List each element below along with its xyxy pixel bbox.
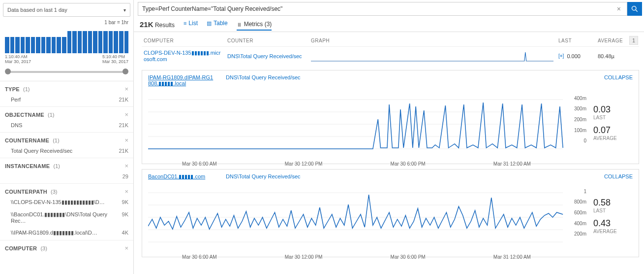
close-icon[interactable]: × <box>124 244 128 252</box>
computer-link[interactable]: BaconDC01.▮▮▮▮▮.com <box>148 173 216 180</box>
slider-handle-left[interactable] <box>5 68 11 74</box>
facet-head-type[interactable]: TYPE (1) × <box>0 81 133 95</box>
bar-unit-label: 1 bar = 1hr <box>0 20 133 26</box>
search-button[interactable] <box>627 2 642 16</box>
facet-row[interactable]: \\CLOPS-DEV-N-135▮▮▮▮▮▮▮▮▮▮▮\D… 9K <box>0 197 133 209</box>
page-indicator[interactable]: 1 <box>629 36 638 45</box>
y-axis: 1 800m 600m 400m 200m <box>565 183 587 242</box>
metrics-icon: ⫼ <box>237 21 242 27</box>
table-icon: ▥ <box>207 20 212 27</box>
counter-link[interactable]: DNS\Total Query Received/sec <box>227 53 306 59</box>
close-icon[interactable]: × <box>124 162 128 170</box>
facet-row[interactable]: DNS 21K <box>0 120 133 132</box>
facet-head-instancename[interactable]: INSTANCENAME (1) × <box>0 158 133 171</box>
facet-row[interactable]: \\BaconDC01.▮▮▮▮▮▮▮\DNS\Total Query Rec…… <box>0 209 133 228</box>
histogram-axis: 1:10:40 AMMar 30, 2017 5:10:40 PMMar 30,… <box>0 53 133 64</box>
facet-head-counterpath[interactable]: COUNTERPATH (3) × <box>0 183 133 197</box>
close-icon[interactable]: × <box>124 111 128 118</box>
computer-link[interactable]: CLOPS-DEV-N-135▮▮▮▮▮▮.microsoft.com <box>144 50 222 62</box>
data-range-dropdown[interactable]: Data based on last 1 day ▾ <box>3 3 130 17</box>
sparkline <box>311 50 553 62</box>
col-graph: GRAPH <box>311 38 553 43</box>
slider-handle-right[interactable] <box>123 68 128 74</box>
facet-head-computer[interactable]: COMPUTER (3) × <box>0 240 133 254</box>
col-counter: COUNTER <box>227 38 306 43</box>
metric-chart[interactable]: 400m 300m 200m 100m 0 Mar 30 6:00 AM Mar… <box>148 90 587 159</box>
view-list-button[interactable]: ≡ List <box>184 20 198 29</box>
list-icon: ≡ <box>184 20 186 26</box>
chevron-down-icon: ▾ <box>123 7 126 13</box>
close-icon[interactable]: × <box>124 188 128 195</box>
metric-card: IPAM-RG1809.dIPAM-RG1808.▮▮▮▮▮.local DNS… <box>142 70 639 164</box>
col-last: LAST <box>558 38 593 43</box>
facet-row[interactable]: Total Query Received/sec 21K <box>0 146 133 158</box>
result-count: 21K Results <box>140 20 175 29</box>
clear-search-icon[interactable]: × <box>615 5 623 13</box>
x-axis: Mar 30 6:00 AM Mar 30 12:00 PM Mar 30 6:… <box>148 160 587 167</box>
view-table-button[interactable]: ▥ Table <box>207 20 228 29</box>
close-icon[interactable]: × <box>124 85 128 93</box>
expand-button[interactable]: [+] <box>558 53 564 59</box>
search-input[interactable]: Type=Perf CounterName="Total Query Recei… <box>138 2 627 16</box>
facet-head-countername[interactable]: COUNTERNAME (1) × <box>0 132 133 146</box>
computer-link[interactable]: IPAM-RG1809.dIPAM-RG1808.▮▮▮▮▮.local <box>148 74 216 87</box>
facet-row[interactable]: \\IPAM-RG1809.d▮▮▮▮▮▮▮.local\D… 4K <box>0 228 133 240</box>
time-range-slider[interactable] <box>5 69 128 74</box>
metric-chart[interactable]: 1 800m 600m 400m 200m Mar 30 6:00 AM Mar… <box>148 183 587 252</box>
metric-card: BaconDC01.▮▮▮▮▮.com DNS\Total Query Rece… <box>142 169 639 257</box>
data-range-label: Data based on last 1 day <box>7 7 67 13</box>
counter-link[interactable]: DNS\Total Query Received/sec <box>226 173 594 179</box>
column-headers: COMPUTER COUNTER GRAPH LAST AVERAGE <box>142 36 639 46</box>
last-value: 0.000 <box>567 53 581 59</box>
facet-row[interactable]: Perf 21K <box>0 95 133 106</box>
counter-link[interactable]: DNS\Total Query Received/sec <box>226 74 594 80</box>
metric-row: CLOPS-DEV-N-135▮▮▮▮▮▮.microsoft.com DNS\… <box>142 46 639 65</box>
average-value: 80.48µ <box>598 53 637 59</box>
activity-histogram[interactable] <box>0 26 133 53</box>
search-query-text: Type=Perf CounterName="Total Query Recei… <box>142 5 615 12</box>
x-axis: Mar 30 6:00 AM Mar 30 12:00 PM Mar 30 6:… <box>148 253 587 260</box>
col-computer: COMPUTER <box>144 38 222 43</box>
metric-stats: 0.03 LAST 0.07 AVERAGE <box>593 90 633 159</box>
collapse-button[interactable]: COLLAPSE <box>604 173 633 179</box>
search-icon <box>631 5 638 12</box>
y-axis: 400m 300m 200m 100m 0 <box>565 90 587 149</box>
collapse-button[interactable]: COLLAPSE <box>604 74 633 80</box>
facet-head-objectname[interactable]: OBJECTNAME (1) × <box>0 106 133 120</box>
view-metrics-button[interactable]: ⫼ Metrics (3) <box>237 21 272 31</box>
close-icon[interactable]: × <box>124 137 128 144</box>
facet-row[interactable]: 29 <box>0 171 133 183</box>
metric-stats: 0.58 LAST 0.43 AVERAGE <box>593 183 633 252</box>
